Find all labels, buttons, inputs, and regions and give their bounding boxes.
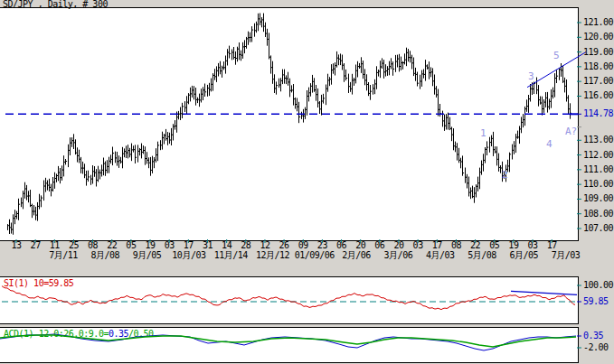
x-axis-day-label: 25 — [69, 241, 79, 250]
x-axis-day-label: 22 — [470, 241, 480, 250]
x-axis-day-label: 08 — [88, 241, 98, 250]
price-axis-label: 120.00 — [583, 33, 613, 42]
rsi-axis-label: 59.85 — [583, 297, 609, 306]
macd-label-params: ACD(1) 12.0:26.0:9.0= — [4, 329, 109, 339]
price-axis-label: 114.78 — [583, 109, 613, 118]
price-axis-label: 119.00 — [583, 48, 613, 57]
macd-indicator-label: ACD(1) 12.0:26.0:9.0=0.35/0.50 — [4, 329, 154, 339]
macd-label-signal-value: /0.50 — [128, 329, 154, 339]
price-axis-label: 109.00 — [583, 194, 613, 203]
x-axis-month-label: 4月/03 — [426, 251, 455, 260]
x-axis-day-label: 19 — [146, 241, 156, 250]
x-axis-day-label: 03 — [413, 241, 423, 250]
macd-axis-label: -2.00 — [583, 343, 609, 352]
x-axis-day-label: 20 — [355, 241, 365, 250]
x-axis-day-label: 26 — [279, 241, 289, 250]
price-axis-label: 110.00 — [583, 180, 613, 189]
x-axis-month-label: 01/09/06 — [295, 251, 335, 260]
charting-app-window: SD/JPY , Daily, # 300 SI(1) 10=59.85 ACD… — [0, 0, 614, 364]
x-axis-month-label: 7月/11 — [49, 251, 78, 260]
price-chart-panel[interactable] — [0, 7, 579, 241]
price-axis-label: 111.00 — [583, 165, 613, 174]
x-axis-day-label: 08 — [451, 241, 461, 250]
macd-panel[interactable]: ACD(1) 12.0:26.0:9.0=0.35/0.50 — [0, 327, 579, 363]
x-axis-day-label: 19 — [508, 241, 518, 250]
x-axis-day-label: 05 — [126, 241, 136, 250]
x-axis-day-label: 14 — [222, 241, 231, 250]
x-axis-day-label: 11 — [50, 241, 60, 250]
x-axis-month-label: 12月/12 — [256, 251, 289, 260]
x-axis-day-label: 27 — [31, 241, 41, 250]
x-axis-month-label: 11月/14 — [214, 251, 248, 260]
x-axis-day-label: 12 — [260, 241, 269, 250]
x-axis-day-label: 03 — [165, 241, 175, 250]
price-axis-label: 117.00 — [583, 77, 613, 86]
price-axis-label: 108.00 — [583, 210, 613, 219]
price-axis-label: 107.00 — [583, 224, 613, 233]
chart-symbol-title: SD/JPY , Daily, # 300 — [3, 0, 108, 9]
x-axis-day-label: 17 — [432, 241, 442, 250]
x-axis-day-label: 23 — [317, 241, 327, 250]
x-axis-day-label: 31 — [203, 241, 213, 250]
x-axis-day-label: 03 — [528, 241, 538, 250]
rsi-indicator-label: SI(1) 10=59.85 — [4, 278, 73, 288]
x-axis-day-label: 17 — [184, 241, 194, 250]
x-axis-day-label: 17 — [547, 241, 557, 250]
x-axis-month-label: 7月/03 — [552, 251, 581, 260]
x-axis-day-label: 20 — [393, 241, 403, 250]
x-axis-day-label: 06 — [336, 241, 346, 250]
x-axis-month-label: 5月/08 — [468, 251, 496, 260]
macd-label-value: 0.35 — [109, 329, 128, 339]
x-axis-day-label: 28 — [241, 241, 250, 250]
x-axis-month-label: 6月/05 — [510, 251, 539, 260]
price-axis-label: 121.00 — [583, 18, 613, 27]
x-axis-month-label: 9月/05 — [133, 251, 162, 260]
price-axis-label: 118.00 — [583, 62, 613, 71]
x-axis-day-label: 05 — [489, 241, 499, 250]
rsi-panel[interactable]: SI(1) 10=59.85 — [0, 276, 579, 324]
x-axis-day-label: 09 — [298, 241, 308, 250]
x-axis-day-label: 13 — [11, 241, 21, 250]
x-axis-month-label: 10月/03 — [172, 251, 205, 260]
price-axis-label: 116.00 — [583, 91, 613, 100]
rsi-axis-label: 100.00 — [583, 281, 613, 290]
x-axis-day-label: 22 — [107, 241, 117, 250]
price-axis-label: 113.00 — [583, 135, 613, 145]
macd-axis-label: 0.35 — [583, 331, 603, 341]
x-axis-month-label: 3月/06 — [384, 251, 413, 260]
x-axis-month-label: 2月/06 — [342, 251, 371, 260]
x-axis-day-label: 06 — [374, 241, 384, 250]
x-axis-month-label: 8月/08 — [91, 251, 120, 260]
price-axis-label: 112.00 — [583, 151, 613, 160]
